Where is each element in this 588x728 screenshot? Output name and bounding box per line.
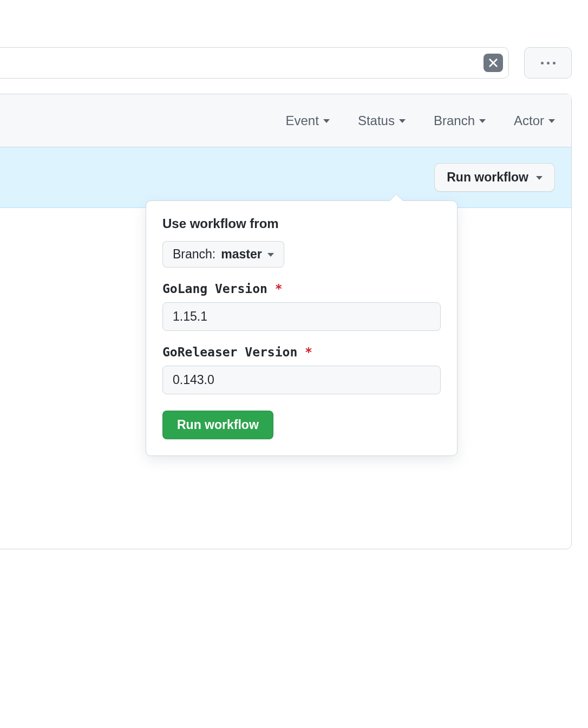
branch-select[interactable]: Branch: master <box>162 241 284 268</box>
golang-version-input[interactable] <box>162 302 441 331</box>
kebab-dot <box>553 62 556 64</box>
field-label-golang: GoLang Version * <box>162 282 441 296</box>
close-icon <box>488 57 499 68</box>
popover-title: Use workflow from <box>162 216 441 231</box>
runs-filter-bar: Event Status Branch Actor <box>0 94 571 147</box>
run-workflow-submit[interactable]: Run workflow <box>162 411 273 439</box>
chevron-down-icon <box>479 119 486 123</box>
kebab-dot <box>541 62 544 64</box>
filter-branch[interactable]: Branch <box>434 113 486 128</box>
run-workflow-trigger-label: Run workflow <box>447 170 528 185</box>
filter-label: Status <box>358 113 395 128</box>
goreleaser-version-input[interactable] <box>162 366 441 394</box>
runs-panel: Event Status Branch Actor Run workflow <box>0 94 572 549</box>
workflow-dispatch-banner: Run workflow <box>0 147 571 208</box>
run-workflow-trigger[interactable]: Run workflow <box>434 163 555 192</box>
top-toolbar <box>0 47 588 79</box>
chevron-down-icon <box>548 119 555 123</box>
filter-event[interactable]: Event <box>286 113 330 128</box>
more-actions-button[interactable] <box>524 47 572 79</box>
run-workflow-popover: Use workflow from Branch: master GoLang … <box>146 200 458 456</box>
search-input-container[interactable] <box>0 47 509 79</box>
filter-label: Branch <box>434 113 475 128</box>
field-label-goreleaser: GoReleaser Version * <box>162 345 441 359</box>
chevron-down-icon <box>267 253 274 257</box>
branch-select-prefix: Branch: <box>173 247 215 262</box>
filter-actor[interactable]: Actor <box>514 113 555 128</box>
filter-status[interactable]: Status <box>358 113 406 128</box>
kebab-dot <box>547 62 550 64</box>
chevron-down-icon <box>323 119 330 123</box>
filter-label: Actor <box>514 113 544 128</box>
chevron-down-icon <box>536 176 543 180</box>
clear-search-button[interactable] <box>484 54 503 72</box>
filter-label: Event <box>286 113 319 128</box>
branch-select-value: master <box>221 247 262 262</box>
chevron-down-icon <box>399 119 406 123</box>
